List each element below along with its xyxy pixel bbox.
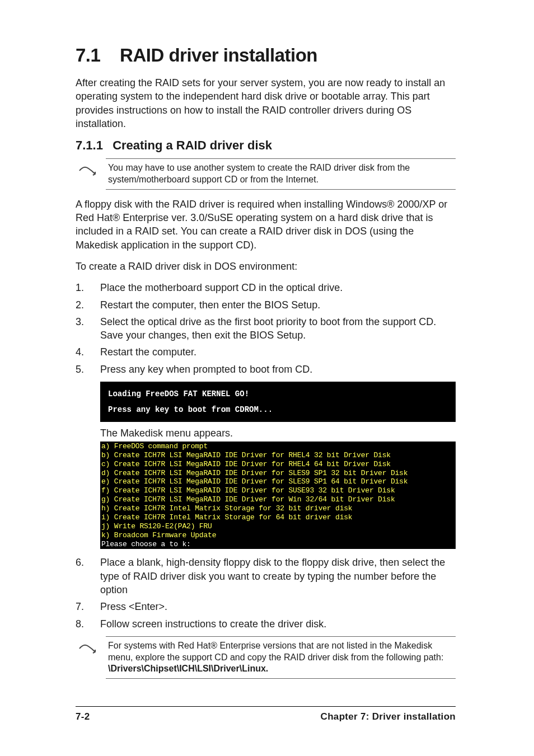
driver-path: \Drivers\Chipset\ICH\LSI\Driver\Linux. bbox=[108, 664, 268, 673]
menu-line: c) Create ICH7R LSI MegaRAID IDE Driver … bbox=[101, 460, 455, 469]
chapter-label: Chapter 7: Driver installation bbox=[321, 711, 456, 722]
note-block-2: For systems with Red Hat® Enterprise ver… bbox=[76, 636, 456, 679]
section-number: 7.1 bbox=[76, 45, 100, 65]
step-1: 1.Place the motherboard support CD in th… bbox=[76, 281, 456, 294]
page-footer: 7-2 Chapter 7: Driver installation bbox=[76, 706, 456, 722]
steps-list-1: 1.Place the motherboard support CD in th… bbox=[76, 281, 456, 376]
terminal-box: Loading FreeDOS FAT KERNEL GO! Press any… bbox=[100, 382, 456, 422]
note-icon bbox=[76, 636, 100, 679]
menu-line: a) FreeDOS command prompt bbox=[101, 442, 455, 451]
menu-line: i) Create ICH7R Intel Matrix Storage for… bbox=[101, 513, 455, 522]
menu-line: e) Create ICH7R LSI MegaRAID IDE Driver … bbox=[101, 477, 455, 486]
steps-list-2: 6.Place a blank, high-density floppy dis… bbox=[76, 556, 456, 630]
step-4: 4.Restart the computer. bbox=[76, 345, 456, 359]
section-title: 7.1 RAID driver installation bbox=[76, 45, 456, 66]
menu-line: g) Create ICH7R LSI MegaRAID IDE Driver … bbox=[101, 495, 455, 504]
note-text-2: For systems with Red Hat® Enterprise ver… bbox=[106, 636, 456, 679]
step-3: 3.Select the optical drive as the first … bbox=[76, 315, 456, 342]
step-8: 8.Follow screen instructions to create t… bbox=[76, 617, 456, 631]
note-text-1: You may have to use another system to cr… bbox=[106, 158, 456, 190]
step-6: 6.Place a blank, high-density floppy dis… bbox=[76, 556, 456, 597]
step-5: 5.Press any key when prompted to boot fr… bbox=[76, 363, 456, 376]
note-icon bbox=[76, 158, 100, 190]
subsection-title: Creating a RAID driver disk bbox=[113, 138, 272, 152]
menu-line: d) Create ICH7R LSI MegaRAID IDE Driver … bbox=[101, 469, 455, 478]
subsection-heading: 7.1.1 Creating a RAID driver disk bbox=[76, 138, 456, 153]
menu-line: h) Create ICH7R Intel Matrix Storage for… bbox=[101, 504, 455, 513]
menu-line: k) Broadcom Firmware Update bbox=[101, 531, 455, 540]
makedisk-menu: a) FreeDOS command prompt b) Create ICH7… bbox=[100, 442, 456, 549]
page-number: 7-2 bbox=[76, 711, 90, 722]
paragraph-floppy: A floppy disk with the RAID driver is re… bbox=[76, 198, 456, 252]
menu-line: j) Write RS120-E2(PA2) FRU bbox=[101, 522, 455, 531]
subsection-number: 7.1.1 bbox=[76, 138, 109, 153]
menu-line: f) Create ICH7R LSI MegaRAID IDE Driver … bbox=[101, 486, 455, 495]
intro-paragraph: After creating the RAID sets for your se… bbox=[76, 76, 456, 130]
paragraph-dos: To create a RAID driver disk in DOS envi… bbox=[76, 260, 456, 273]
step-2: 2.Restart the computer, then enter the B… bbox=[76, 298, 456, 312]
note-block-1: You may have to use another system to cr… bbox=[76, 158, 456, 190]
page: 7.1 RAID driver installation After creat… bbox=[0, 0, 534, 756]
menu-line: b) Create ICH7R LSI MegaRAID IDE Driver … bbox=[101, 451, 455, 460]
section-name: RAID driver installation bbox=[120, 45, 317, 65]
step-7: 7.Press <Enter>. bbox=[76, 600, 456, 613]
menu-caption: The Makedisk menu appears. bbox=[100, 428, 456, 439]
menu-prompt: Please choose a to k: bbox=[101, 540, 455, 549]
